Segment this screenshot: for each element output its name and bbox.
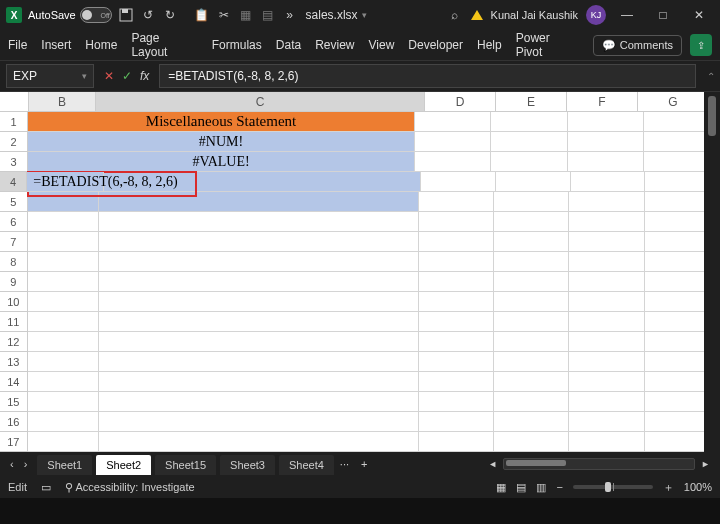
stats-icon[interactable]: ▭ <box>41 481 51 494</box>
cell[interactable] <box>99 372 419 392</box>
formula-bar[interactable]: =BETADIST(6,-8, 8, 2,6) ⌃ <box>159 64 696 88</box>
cell[interactable] <box>419 252 494 272</box>
row-header[interactable]: 11 <box>0 312 28 332</box>
cell[interactable] <box>419 292 494 312</box>
sheet-tab[interactable]: Sheet3 <box>220 455 275 475</box>
cell[interactable] <box>28 312 100 332</box>
undo-icon[interactable]: ↺ <box>140 7 156 23</box>
cell[interactable] <box>99 332 419 352</box>
cell[interactable] <box>419 212 494 232</box>
cell[interactable] <box>491 112 567 132</box>
paste-icon[interactable]: 📋 <box>194 7 210 23</box>
cell[interactable] <box>421 172 496 192</box>
cell[interactable] <box>99 232 419 252</box>
redo-icon[interactable]: ↻ <box>162 7 178 23</box>
cell[interactable] <box>569 292 644 312</box>
cell[interactable] <box>494 432 569 452</box>
accessibility-status[interactable]: ⚲ Accessibility: Investigate <box>65 481 195 494</box>
minimize-button[interactable]: — <box>612 0 642 30</box>
cell[interactable] <box>419 192 494 212</box>
cell[interactable] <box>419 432 494 452</box>
cell[interactable] <box>28 292 100 312</box>
cell[interactable] <box>569 272 644 292</box>
cell[interactable] <box>496 172 571 192</box>
cell[interactable] <box>494 212 569 232</box>
cell[interactable] <box>28 412 100 432</box>
sheet-nav-next-icon[interactable]: › <box>24 458 28 470</box>
tab-developer[interactable]: Developer <box>408 38 463 52</box>
cell[interactable] <box>494 332 569 352</box>
sheet-overflow-icon[interactable]: ··· <box>334 456 355 472</box>
name-box[interactable]: EXP ▾ <box>6 64 94 88</box>
tab-power-pivot[interactable]: Power Pivot <box>516 31 579 59</box>
warning-icon[interactable] <box>471 10 483 20</box>
row-header[interactable]: 12 <box>0 332 28 352</box>
cell[interactable] <box>494 232 569 252</box>
row-header[interactable]: 2 <box>0 132 28 152</box>
cell[interactable] <box>569 212 644 232</box>
col-header-d[interactable]: D <box>425 92 496 112</box>
cell[interactable] <box>494 272 569 292</box>
row-header[interactable]: 9 <box>0 272 28 292</box>
cell[interactable] <box>569 372 644 392</box>
cell[interactable] <box>419 372 494 392</box>
cell[interactable] <box>28 192 100 212</box>
cell[interactable] <box>568 132 644 152</box>
toggle-off-icon[interactable]: Off <box>80 7 112 23</box>
cell[interactable] <box>568 152 644 172</box>
hscroll-right-icon[interactable]: ► <box>701 459 710 469</box>
tab-insert[interactable]: Insert <box>41 38 71 52</box>
cell[interactable] <box>99 192 419 212</box>
cell[interactable] <box>99 392 419 412</box>
cell[interactable] <box>494 392 569 412</box>
cell[interactable] <box>99 312 419 332</box>
cell[interactable] <box>491 152 567 172</box>
save-icon[interactable] <box>118 7 134 23</box>
cell[interactable] <box>494 412 569 432</box>
cell[interactable] <box>415 152 491 172</box>
tab-formulas[interactable]: Formulas <box>212 38 262 52</box>
cell[interactable] <box>28 212 100 232</box>
cell[interactable] <box>494 252 569 272</box>
row-header[interactable]: 4 <box>0 172 27 192</box>
close-button[interactable]: ✕ <box>684 0 714 30</box>
share-button[interactable]: ⇪ <box>690 34 712 56</box>
cell[interactable] <box>99 432 419 452</box>
cell[interactable] <box>419 332 494 352</box>
cell[interactable] <box>494 192 569 212</box>
maximize-button[interactable]: □ <box>648 0 678 30</box>
cell[interactable] <box>28 372 100 392</box>
cell[interactable] <box>28 272 100 292</box>
cell[interactable] <box>415 132 491 152</box>
vertical-scrollbar[interactable] <box>704 92 720 452</box>
col-header-c[interactable]: C <box>96 92 425 112</box>
cell[interactable] <box>569 252 644 272</box>
cell[interactable] <box>569 332 644 352</box>
cell[interactable] <box>569 412 644 432</box>
zoom-in-icon[interactable]: ＋ <box>663 480 674 495</box>
row-header[interactable]: 14 <box>0 372 28 392</box>
sheet-tab[interactable]: Sheet4 <box>279 455 334 475</box>
tab-view[interactable]: View <box>369 38 395 52</box>
col-header-e[interactable]: E <box>496 92 567 112</box>
cell[interactable] <box>28 332 100 352</box>
cell[interactable] <box>415 112 491 132</box>
sheet-tab-active[interactable]: Sheet2 <box>96 455 151 475</box>
cell[interactable] <box>419 412 494 432</box>
zoom-level[interactable]: 100% <box>684 481 712 493</box>
cancel-formula-icon[interactable]: ✕ <box>104 69 114 83</box>
cell[interactable] <box>28 252 100 272</box>
cell[interactable] <box>99 292 419 312</box>
autosave-toggle[interactable]: AutoSave Off <box>28 7 112 23</box>
comments-button[interactable]: 💬 Comments <box>593 35 682 56</box>
row-header[interactable]: 7 <box>0 232 28 252</box>
cell[interactable] <box>99 212 419 232</box>
row-header[interactable]: 1 <box>0 112 28 132</box>
cell[interactable] <box>419 272 494 292</box>
tab-help[interactable]: Help <box>477 38 502 52</box>
expand-formula-icon[interactable]: ⌃ <box>707 71 715 82</box>
cell[interactable] <box>419 232 494 252</box>
user-avatar[interactable]: KJ <box>586 5 606 25</box>
row-header[interactable]: 5 <box>0 192 28 212</box>
cell[interactable] <box>99 352 419 372</box>
